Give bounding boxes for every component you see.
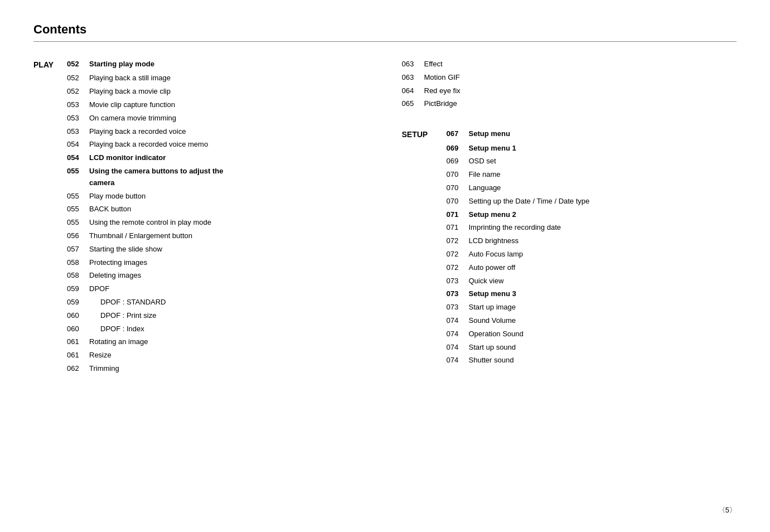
play-062-num: 062 [67,363,89,375]
play-052c-text: Playing back a movie clip [89,86,369,98]
setup-073c-text: Start up image [469,302,737,313]
play-052b-text: Playing back a still image [89,72,369,84]
play-059a-text: DPOF [89,283,369,295]
play-entry-8: 055 Using the camera buttons to adjust t… [33,166,369,189]
setup-070b-num: 070 [447,182,469,194]
play-053c-text: Playing back a recorded voice [89,126,369,138]
setup-070c-text: Setting up the Date / Time / Date type [469,196,737,207]
setup-072b-num: 072 [447,249,469,260]
setup-069a-num: 069 [447,143,469,154]
setup-072c-num: 072 [447,262,469,274]
play-060a-text: DPOF : Print size [89,310,369,322]
play-053b-num: 053 [67,113,89,124]
play-entry-3: 053 Movie clip capture function [33,99,369,111]
play-056-num: 056 [67,230,89,242]
play-061a-text: Rotating an image [89,336,369,348]
play-entry-17: 059 DPOF : STANDARD [33,297,369,308]
play-060b-num: 060 [67,323,89,335]
setup-072a-text: LCD brightness [469,235,737,247]
setup-entry-14: 074 Sound Volume [402,315,737,327]
play-053c-num: 053 [67,126,89,138]
right-065-num: 065 [402,98,424,110]
right-column: 063 Effect 063 Motion GIF 064 Red eye fi… [385,59,737,376]
right-entry-2: 063 Motion GIF [402,72,737,84]
play-entry-20: 061 Rotating an image [33,336,369,348]
setup-071a-text: Setup menu 2 [469,209,737,221]
play-052-num: 052 [67,59,89,70]
play-058a-num: 058 [67,257,89,269]
left-column: PLAY 052 Starting play mode 052 Playing … [33,59,385,376]
setup-067-text: Setup menu [469,128,737,140]
play-entry-9: 055 Play mode button [33,191,369,202]
setup-071a-num: 071 [447,209,469,221]
play-055a-num: 055 [67,166,89,177]
content-columns: PLAY 052 Starting play mode 052 Playing … [33,59,737,376]
play-055b-text: Play mode button [89,191,369,202]
setup-070b-text: Language [469,182,737,194]
setup-074c-text: Start up sound [469,342,737,354]
right-entry-1: 063 Effect [402,59,737,70]
setup-entry-17: 074 Shutter sound [402,355,737,366]
play-058b-text: Deleting images [89,270,369,282]
setup-070a-text: File name [469,169,737,181]
play-061b-text: Resize [89,350,369,361]
setup-entry-13: 073 Start up image [402,302,737,313]
play-054a-text: Playing back a recorded voice memo [89,139,369,151]
setup-073c-num: 073 [447,302,469,313]
play-060b-text: DPOF : Index [89,323,369,335]
divider [33,41,737,42]
play-entry-16: 059 DPOF [33,283,369,295]
setup-section-header: SETUP 067 Setup menu [402,128,737,141]
setup-069b-num: 069 [447,156,469,167]
setup-070a-num: 070 [447,169,469,181]
play-entry-14: 058 Protecting images [33,257,369,269]
page-title: Contents [33,22,737,37]
play-057-num: 057 [67,244,89,255]
play-059b-text: DPOF : STANDARD [89,297,369,308]
setup-entry-9: 072 Auto Focus lamp [402,249,737,260]
play-entry-22: 062 Trimming [33,363,369,375]
setup-069a-text: Setup menu 1 [469,143,737,154]
play-055d-num: 055 [67,217,89,229]
play-entry-2: 052 Playing back a movie clip [33,86,369,98]
setup-072a-num: 072 [447,235,469,247]
setup-074b-text: Operation Sound [469,328,737,340]
setup-entry-2: 069 OSD set [402,156,737,167]
play-052-text: Starting play mode [89,59,369,70]
setup-073a-num: 073 [447,275,469,287]
setup-entry-8: 072 LCD brightness [402,235,737,247]
setup-073a-text: Quick view [469,275,737,287]
play-entry-6: 054 Playing back a recorded voice memo [33,139,369,151]
play-entry-21: 061 Resize [33,350,369,361]
play-entry-1: 052 Playing back a still image [33,72,369,84]
setup-entry-11: 073 Quick view [402,275,737,287]
play-055b-num: 055 [67,191,89,202]
play-052b-num: 052 [67,72,89,84]
play-section-header: PLAY 052 Starting play mode [33,59,369,71]
play-053a-text: Movie clip capture function [89,99,369,111]
setup-entry-5: 070 Setting up the Date / Time / Date ty… [402,196,737,207]
setup-067-num: 067 [447,128,469,140]
right-entry-4: 065 PictBridge [402,98,737,110]
play-entry-19: 060 DPOF : Index [33,323,369,335]
setup-074a-num: 074 [447,315,469,327]
play-059a-num: 059 [67,283,89,295]
right-063a-text: Effect [424,59,737,70]
play-entry-18: 060 DPOF : Print size [33,310,369,322]
play-053b-text: On camera movie trimming [89,113,369,124]
right-entry-3: 064 Red eye fix [402,85,737,97]
play-060a-num: 060 [67,310,89,322]
play-entry-5: 053 Playing back a recorded voice [33,126,369,138]
play-055a-text: Using the camera buttons to adjust theca… [89,166,369,189]
setup-entry-4: 070 Language [402,182,737,194]
setup-entry-3: 070 File name [402,169,737,181]
setup-entry-1: 069 Setup menu 1 [402,143,737,154]
page-footer: 〈5〉 [718,505,737,515]
setup-072b-text: Auto Focus lamp [469,249,737,260]
right-065-text: PictBridge [424,98,737,110]
play-entry-4: 053 On camera movie trimming [33,113,369,124]
play-061b-num: 061 [67,350,89,361]
play-052c-num: 052 [67,86,89,98]
setup-074a-text: Sound Volume [469,315,737,327]
right-spacer [402,112,737,128]
